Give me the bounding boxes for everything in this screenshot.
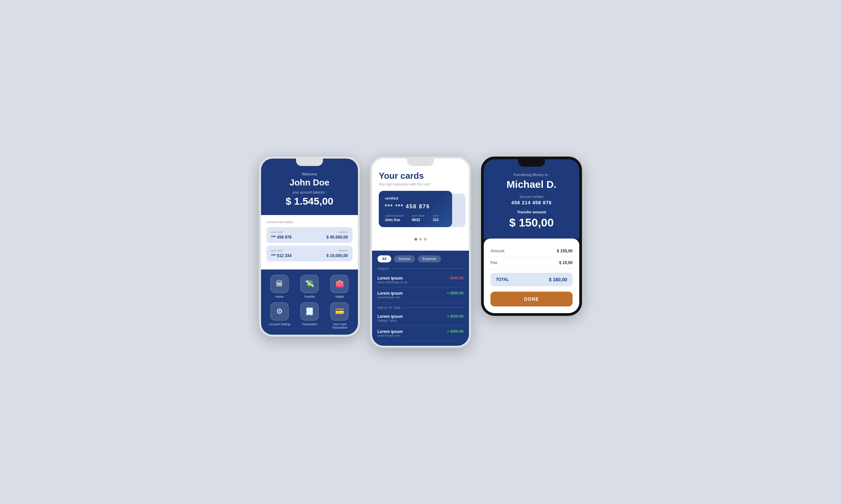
phone-1: Welcome John Doe your account balance : … — [259, 157, 360, 337]
transfer-amount: $ 150,00 — [491, 216, 572, 229]
nav-item-transfer[interactable]: 💸 Transfer — [296, 275, 322, 299]
cvv-info: CVV 313 — [433, 214, 439, 222]
balance-label-2: balance — [339, 249, 348, 252]
exp-info: EXP DATE 08/22 — [412, 214, 425, 222]
nav-item-wallet[interactable]: 👛 Wallet — [327, 275, 353, 299]
dot-1[interactable] — [414, 238, 417, 240]
transaction-1[interactable]: Lorem ipsum www.onlineshop.co.uk - $145,… — [377, 272, 464, 288]
account-number: 458 214 458 876 — [491, 200, 572, 205]
transaction-4-url: www.freepik.com — [377, 334, 403, 337]
card-stack: verified *** *** 458 876 CARDHOLDER John… — [379, 191, 462, 235]
nav-label-transaction: Transaction — [302, 323, 317, 326]
notch-2 — [407, 159, 434, 166]
total-label: TOTAL — [496, 277, 509, 282]
wallet-icon: 👛 — [330, 275, 348, 293]
phone2-header: Your cards Your last transaction with th… — [372, 159, 469, 251]
notch-3 — [518, 159, 545, 167]
card-row-2[interactable]: your card balance *** 512 334 $ 10.000,0… — [267, 246, 353, 262]
dot-2[interactable] — [419, 238, 422, 240]
transaction-1-amount: - $145,00 — [448, 276, 464, 280]
phone1-nav: 🏛 Home 💸 Transfer 👛 Wallet ⚙ Account Set… — [261, 269, 358, 335]
feb-section-label: FEB 21TH 2020 — [377, 306, 464, 309]
transaction-4[interactable]: Lorem ipsum www.freepik.com + $300,00 — [377, 326, 464, 341]
fee-value: $ 10,00 — [559, 260, 572, 265]
nav-item-home[interactable]: 🏛 Home — [267, 275, 292, 299]
notch-1 — [296, 159, 323, 166]
transaction-2[interactable]: Lorem ipsum www.freepik.com + $500,00 — [377, 288, 464, 303]
card-label-2: your card — [271, 249, 282, 252]
card-verified: verified — [385, 196, 446, 200]
credit-card[interactable]: verified *** *** 458 876 CARDHOLDER John… — [379, 191, 452, 230]
amount-row: Amount $ 150,00 — [491, 245, 572, 257]
cards-subtitle: Your last transaction with this card : — [379, 182, 462, 186]
transfer-icon: 💸 — [301, 275, 319, 293]
cvv-value: 313 — [433, 218, 439, 222]
nav-item-account-setting[interactable]: ⚙ Account Setting — [267, 302, 292, 329]
nav-item-transaction[interactable]: 🧾 Transaction — [296, 302, 322, 329]
nav-label-account-setting: Account Setting — [269, 323, 290, 326]
phone-2: Your cards Your last transaction with th… — [370, 157, 471, 348]
nav-label-home: Home — [275, 295, 284, 299]
transfer-amount-label: Transfer amount — [491, 210, 572, 214]
settings-icon: ⚙ — [271, 302, 289, 321]
recipient-name: Michael D. — [491, 179, 572, 190]
phone1-header: Welcome John Doe your account balance : … — [261, 159, 358, 215]
balance-amount: $ 1.545,00 — [268, 196, 351, 207]
fee-label: Fee — [491, 260, 498, 265]
user-name: John Doe — [268, 177, 351, 188]
dot-3[interactable] — [424, 238, 427, 240]
transaction-4-name: Lorem ipsum — [377, 329, 403, 334]
phone3-summary: Amount $ 150,00 Fee $ 10,00 TOTAL $ 160,… — [484, 238, 579, 313]
cardholder-value: John Doe — [385, 218, 400, 222]
cards-title: Your cards — [379, 171, 462, 181]
nav-item-your-card-transaction[interactable]: 💳 Your Card Transaction — [327, 302, 353, 329]
today-section-label: TODAY — [377, 267, 464, 270]
card-label-1: your card — [271, 231, 282, 234]
phone1-accounts: Account information : your card balance … — [261, 215, 358, 269]
cvv-label: CVV — [433, 214, 439, 217]
transaction-2-amount: + $500,00 — [447, 291, 464, 295]
filter-expense[interactable]: Expense — [418, 255, 441, 263]
card-balance-1: $ 45.000,00 — [327, 235, 348, 239]
amount-label: Amount — [491, 249, 504, 253]
phone-3: Transfering Money to : Michael D. accoun… — [481, 157, 582, 316]
nav-label-wallet: Wallet — [336, 295, 344, 299]
card-details: CARDHOLDER John Doe EXP DATE 08/22 CVV 3… — [385, 214, 446, 222]
transaction-2-name: Lorem ipsum — [377, 291, 403, 296]
total-value: $ 160,00 — [549, 277, 567, 282]
done-button[interactable]: DONE — [491, 292, 572, 306]
transaction-2-url: www.freepik.com — [377, 296, 403, 299]
transaction-3-amount: + $200,00 — [447, 314, 464, 318]
balance-label-1: balance — [339, 231, 348, 234]
nav-label-transfer: Transfer — [304, 295, 315, 299]
card-display-number: *** *** 458 876 — [385, 204, 446, 210]
transaction-4-amount: + $300,00 — [447, 329, 464, 333]
card-number-1: *** 458 876 — [271, 235, 292, 239]
transfer-to-label: Transfering Money to : — [491, 173, 572, 177]
home-icon: 🏛 — [271, 275, 289, 293]
card-transaction-icon: 💳 — [330, 302, 348, 321]
exp-label: EXP DATE — [412, 214, 425, 217]
filter-all[interactable]: All — [377, 255, 391, 263]
card-row-1[interactable]: your card balance *** 458 876 $ 45.000,0… — [267, 227, 353, 243]
exp-value: 08/22 — [412, 218, 420, 222]
nav-label-card-transaction: Your Card Transaction — [327, 323, 353, 329]
transaction-3[interactable]: Lorem ipsum Malaga, Spain + $200,00 — [377, 311, 464, 326]
welcome-label: Welcome — [268, 172, 351, 176]
filter-income[interactable]: Income — [394, 255, 415, 263]
transaction-1-url: www.onlineshop.co.uk — [377, 281, 407, 284]
transaction-icon: 🧾 — [301, 302, 319, 321]
fee-row: Fee $ 10,00 — [491, 257, 572, 269]
cardholder-label: CARDHOLDER — [385, 214, 404, 217]
transaction-1-name: Lorem ipsum — [377, 276, 407, 281]
phones-container: Welcome John Doe your account balance : … — [259, 157, 582, 348]
nav-grid: 🏛 Home 💸 Transfer 👛 Wallet ⚙ Account Set… — [267, 275, 353, 329]
account-number-label: account number — [491, 195, 572, 199]
cardholder-info: CARDHOLDER John Doe — [385, 214, 404, 222]
card-number-2: *** 512 334 — [271, 253, 292, 258]
transaction-3-name: Lorem ipsum — [377, 314, 403, 319]
phone3-header: Transfering Money to : Michael D. accoun… — [484, 159, 579, 238]
card-balance-2: $ 10.000,00 — [327, 253, 348, 258]
amount-value: $ 150,00 — [557, 249, 572, 253]
account-info-label: Account information : — [267, 220, 353, 224]
